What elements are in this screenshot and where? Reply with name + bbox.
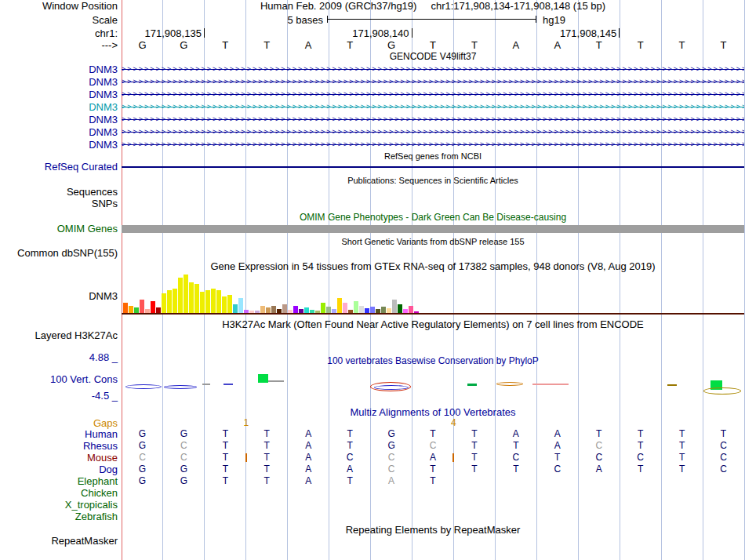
aligned-base: A [371, 476, 412, 486]
aligned-base: T [661, 441, 703, 451]
aligned-base: G [122, 476, 163, 486]
aligned-base: G [122, 441, 163, 451]
repeatmasker-label[interactable]: RepeatMasker [0, 536, 118, 546]
aligned-base: C [371, 453, 412, 463]
aligned-base: C [163, 441, 205, 451]
aligned-base: T [453, 441, 495, 451]
aligned-base: T [453, 429, 495, 439]
aligned-base: T [703, 429, 744, 439]
aligned-base: G [371, 429, 412, 439]
species-label-mouse[interactable]: Mouse [0, 453, 118, 463]
aligned-base: T [495, 464, 536, 475]
insertion-tick [452, 453, 454, 462]
aligned-base: C [495, 453, 536, 463]
aligned-base: C [371, 464, 412, 475]
aligned-base: C [329, 453, 371, 463]
aligned-base: T [205, 429, 246, 439]
aligned-base: A [288, 476, 329, 486]
aligned-base: A [288, 429, 329, 439]
species-label-rhesus[interactable]: Rhesus [0, 441, 118, 451]
aligned-base: G [371, 441, 412, 451]
genome-browser-image[interactable]: Window Position Human Feb. 2009 (GRCh37/… [0, 0, 745, 560]
aligned-base: G [163, 464, 205, 475]
aligned-base: T [205, 476, 246, 486]
species-label-dog[interactable]: Dog [0, 464, 118, 475]
species-label-human[interactable]: Human [0, 429, 118, 439]
aligned-base: A [412, 453, 454, 463]
aligned-base: T [246, 476, 288, 486]
species-label-chicken[interactable]: Chicken [0, 488, 118, 498]
aligned-base: T [661, 464, 703, 475]
aligned-base: C [703, 453, 744, 463]
aligned-base: T [329, 429, 371, 439]
aligned-base: C [163, 453, 205, 463]
aligned-base: T [661, 453, 703, 463]
aligned-base: A [536, 429, 578, 439]
aligned-base: A [288, 441, 329, 451]
aligned-base: C [620, 453, 661, 463]
aligned-base: T [246, 464, 288, 475]
aligned-base: A [288, 453, 329, 463]
aligned-base: T [453, 453, 495, 463]
alignment-gap-count: 4 [445, 418, 461, 428]
aligned-base: T [661, 429, 703, 439]
aligned-base: G [163, 429, 205, 439]
aligned-base: C [536, 464, 578, 475]
aligned-base: G [163, 476, 205, 486]
aligned-base: T [412, 429, 454, 439]
aligned-base: T [495, 441, 536, 451]
aligned-base: C [578, 441, 620, 451]
aligned-base: G [122, 464, 163, 475]
aligned-base: T [329, 441, 371, 451]
species-label-elephant[interactable]: Elephant [0, 476, 118, 486]
aligned-base: T [246, 453, 288, 463]
species-label-x_tropicalis[interactable]: X_tropicalis [0, 500, 118, 510]
species-label-zebrafish[interactable]: Zebrafish [0, 511, 118, 522]
aligned-base: C [412, 441, 454, 451]
multiz-alignment-track[interactable]: 14HumanGGTTATGTTAATTTTRhesusGCTTATGCTTAC… [0, 0, 745, 560]
aligned-base: T [246, 441, 288, 451]
aligned-base: C [703, 464, 744, 475]
aligned-base: T [453, 464, 495, 475]
aligned-base: A [578, 464, 620, 475]
aligned-base: T [412, 476, 454, 486]
aligned-base: T [536, 453, 578, 463]
aligned-base: A [288, 464, 329, 475]
aligned-base: A [536, 441, 578, 451]
aligned-base: C [578, 453, 620, 463]
alignment-gap-count: 1 [238, 418, 254, 428]
aligned-base: T [620, 429, 661, 439]
aligned-base: T [205, 441, 246, 451]
insertion-tick [245, 453, 247, 462]
aligned-base: T [620, 441, 661, 451]
aligned-base: T [246, 429, 288, 439]
aligned-base: G [122, 429, 163, 439]
aligned-base: C [122, 453, 163, 463]
repeatmasker-title: Repeating Elements by RepeatMasker [122, 525, 744, 535]
aligned-base: T [329, 476, 371, 486]
aligned-base: T [412, 464, 454, 475]
aligned-base: T [205, 464, 246, 475]
aligned-base: T [620, 464, 661, 475]
aligned-base: A [495, 429, 536, 439]
aligned-base: T [578, 429, 620, 439]
aligned-base: C [703, 441, 744, 451]
aligned-base: A [329, 464, 371, 475]
aligned-base: T [205, 453, 246, 463]
